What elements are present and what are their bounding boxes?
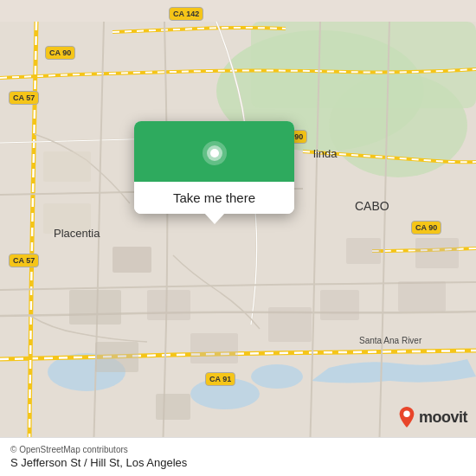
- moovit-text: moovit: [419, 408, 467, 427]
- label-placentia: Placentia: [54, 227, 100, 240]
- svg-rect-18: [398, 281, 446, 312]
- svg-point-22: [210, 149, 219, 158]
- svg-rect-16: [320, 290, 359, 320]
- badge-ca90-1: CA 90: [45, 46, 75, 60]
- svg-rect-11: [95, 342, 138, 372]
- map-container: CA 142 CA 90 CA 90 CA 90 CA 57 CA 57 CA …: [0, 0, 476, 476]
- badge-ca57-2: CA 57: [9, 254, 39, 267]
- svg-rect-12: [156, 394, 190, 420]
- map-attribution: © OpenStreetMap contributors: [10, 445, 466, 454]
- svg-rect-19: [415, 238, 459, 268]
- svg-rect-14: [190, 333, 238, 363]
- moovit-pin-icon: [397, 406, 416, 428]
- bottom-bar: © OpenStreetMap contributors S Jefferson…: [0, 437, 476, 476]
- svg-rect-15: [268, 307, 312, 342]
- svg-point-6: [251, 364, 303, 389]
- label-santa-ana-river: Santa Ana River: [359, 336, 421, 345]
- svg-rect-9: [113, 247, 151, 273]
- label-cabo: CABO: [355, 199, 389, 213]
- badge-ca91: CA 91: [205, 372, 235, 386]
- location-popup: Take me there: [134, 121, 294, 214]
- svg-rect-13: [147, 290, 190, 320]
- badge-ca142: CA 142: [169, 7, 203, 21]
- badge-ca57-1: CA 57: [9, 91, 39, 105]
- location-label: S Jefferson St / Hill St, Los Angeles: [10, 456, 466, 469]
- svg-rect-10: [69, 290, 121, 325]
- label-linda: linda: [313, 147, 337, 160]
- take-me-there-button[interactable]: Take me there: [134, 182, 294, 214]
- svg-rect-7: [43, 151, 91, 182]
- moovit-logo: moovit: [397, 406, 467, 428]
- location-pin-icon: [198, 137, 231, 170]
- popup-header: [134, 121, 294, 182]
- svg-point-23: [403, 411, 409, 417]
- svg-rect-17: [346, 238, 381, 264]
- badge-ca90-3: CA 90: [411, 221, 441, 235]
- svg-rect-3: [251, 22, 476, 108]
